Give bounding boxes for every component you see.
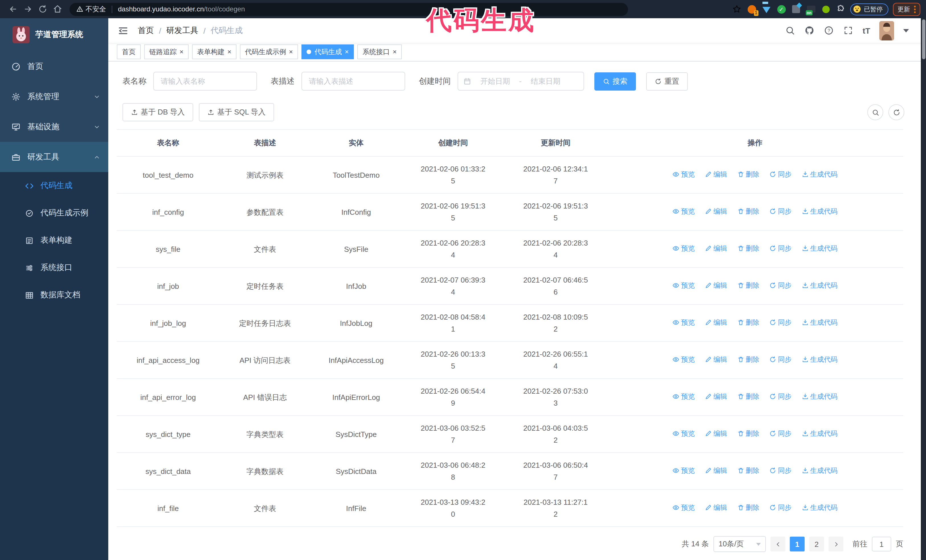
window-scrollbar[interactable] bbox=[921, 18, 926, 560]
date-range-picker[interactable]: - bbox=[458, 72, 584, 91]
breadcrumb-home[interactable]: 首页 bbox=[138, 25, 154, 36]
logo-row[interactable]: 芋道管理系统 bbox=[0, 18, 108, 51]
avatar[interactable] bbox=[879, 21, 894, 40]
goto-page-input[interactable] bbox=[872, 537, 891, 551]
refresh-table-button[interactable] bbox=[888, 104, 904, 120]
sidebar-subitem-system-api[interactable]: 系统接口 bbox=[0, 254, 108, 281]
prev-page-button[interactable] bbox=[770, 537, 785, 551]
delete-link[interactable]: 删除 bbox=[737, 391, 759, 403]
extension-icon-squares[interactable] bbox=[791, 4, 801, 14]
breadcrumb-devtools[interactable]: 研发工具 bbox=[166, 25, 198, 36]
tag-codegen[interactable]: 代码生成× bbox=[301, 44, 354, 59]
sync-link[interactable]: 同步 bbox=[769, 243, 791, 255]
sync-link[interactable]: 同步 bbox=[769, 354, 791, 366]
close-icon[interactable]: × bbox=[289, 48, 293, 55]
edit-link[interactable]: 编辑 bbox=[705, 428, 727, 440]
preview-link[interactable]: 预览 bbox=[673, 465, 695, 477]
generate-code-link[interactable]: 生成代码 bbox=[802, 391, 838, 403]
edit-link[interactable]: 编辑 bbox=[705, 502, 727, 514]
extension-icon-green-check[interactable]: ✓ bbox=[776, 4, 787, 14]
delete-link[interactable]: 删除 bbox=[737, 280, 759, 292]
table-desc-input[interactable] bbox=[301, 72, 405, 91]
generate-code-link[interactable]: 生成代码 bbox=[802, 317, 838, 329]
generate-code-link[interactable]: 生成代码 bbox=[802, 206, 838, 217]
generate-code-link[interactable]: 生成代码 bbox=[802, 428, 838, 440]
preview-link[interactable]: 预览 bbox=[673, 280, 695, 292]
not-secure-warning[interactable]: 不安全 bbox=[76, 4, 106, 14]
generate-code-link[interactable]: 生成代码 bbox=[802, 465, 838, 477]
sidebar-item-home[interactable]: 首页 bbox=[0, 51, 108, 82]
end-date-input[interactable] bbox=[525, 77, 566, 86]
caret-down-icon[interactable] bbox=[903, 29, 909, 32]
preview-link[interactable]: 预览 bbox=[673, 169, 695, 181]
tag-form-builder[interactable]: 表单构建× bbox=[192, 44, 236, 59]
sidebar-item-system[interactable]: 系统管理 bbox=[0, 82, 108, 112]
sync-link[interactable]: 同步 bbox=[769, 502, 791, 514]
tag-tracing[interactable]: 链路追踪× bbox=[144, 44, 189, 59]
edit-link[interactable]: 编辑 bbox=[705, 354, 727, 366]
preview-link[interactable]: 预览 bbox=[673, 502, 695, 514]
fullscreen-icon[interactable] bbox=[843, 25, 853, 36]
sync-link[interactable]: 同步 bbox=[769, 465, 791, 477]
sync-link[interactable]: 同步 bbox=[769, 428, 791, 440]
sidebar-item-devtools[interactable]: 研发工具 bbox=[0, 142, 108, 172]
preview-link[interactable]: 预览 bbox=[673, 391, 695, 403]
delete-link[interactable]: 删除 bbox=[737, 243, 759, 255]
sidebar-item-infra[interactable]: 基础设施 bbox=[0, 112, 108, 142]
page-button-1[interactable]: 1 bbox=[790, 537, 805, 551]
page-button-2[interactable]: 2 bbox=[809, 537, 824, 551]
font-size-icon[interactable]: tT bbox=[863, 26, 870, 35]
extensions-puzzle-icon[interactable] bbox=[835, 4, 846, 14]
delete-link[interactable]: 删除 bbox=[737, 502, 759, 514]
close-icon[interactable]: × bbox=[180, 48, 183, 55]
extension-icon-orange[interactable]: 1 bbox=[746, 4, 757, 14]
generate-code-link[interactable]: 生成代码 bbox=[802, 169, 838, 181]
sidebar-subitem-form-builder[interactable]: 表单构建 bbox=[0, 227, 108, 254]
sync-link[interactable]: 同步 bbox=[769, 206, 791, 217]
extension-icon-key[interactable] bbox=[820, 4, 831, 14]
edit-link[interactable]: 编辑 bbox=[705, 391, 727, 403]
reload-icon[interactable] bbox=[35, 2, 50, 17]
next-page-button[interactable] bbox=[829, 537, 843, 551]
tag-codegen-example[interactable]: 代码生成示例× bbox=[240, 44, 298, 59]
address-bar[interactable]: 不安全 dashboard.yudao.iocoder.cn/tool/code… bbox=[70, 3, 628, 16]
delete-link[interactable]: 删除 bbox=[737, 317, 759, 329]
preview-link[interactable]: 预览 bbox=[673, 317, 695, 329]
preview-link[interactable]: 预览 bbox=[673, 243, 695, 255]
sidebar-subitem-codegen-example[interactable]: 代码生成示例 bbox=[0, 199, 108, 227]
preview-link[interactable]: 预览 bbox=[673, 428, 695, 440]
profile-paused-pill[interactable]: 已暂停 bbox=[850, 3, 888, 15]
generate-code-link[interactable]: 生成代码 bbox=[802, 354, 838, 366]
sync-link[interactable]: 同步 bbox=[769, 391, 791, 403]
show-search-toggle-button[interactable] bbox=[867, 104, 883, 120]
edit-link[interactable]: 编辑 bbox=[705, 206, 727, 217]
github-icon[interactable] bbox=[805, 25, 815, 36]
sync-link[interactable]: 同步 bbox=[769, 280, 791, 292]
sync-link[interactable]: 同步 bbox=[769, 317, 791, 329]
close-icon[interactable]: × bbox=[393, 48, 396, 55]
search-button[interactable]: 搜索 bbox=[595, 72, 636, 90]
reset-button[interactable]: 重置 bbox=[646, 72, 688, 90]
delete-link[interactable]: 删除 bbox=[737, 169, 759, 181]
bookmark-star-icon[interactable] bbox=[732, 4, 742, 14]
preview-link[interactable]: 预览 bbox=[673, 354, 695, 366]
table-name-input[interactable] bbox=[153, 72, 257, 91]
edit-link[interactable]: 编辑 bbox=[705, 243, 727, 255]
extension-icon-on-badge[interactable]: on bbox=[806, 4, 816, 14]
import-sql-button[interactable]: 基于 SQL 导入 bbox=[199, 103, 274, 121]
close-icon[interactable]: × bbox=[345, 48, 349, 55]
back-icon[interactable] bbox=[6, 2, 21, 17]
delete-link[interactable]: 删除 bbox=[737, 354, 759, 366]
hamburger-icon[interactable] bbox=[117, 25, 129, 36]
generate-code-link[interactable]: 生成代码 bbox=[802, 243, 838, 255]
preview-link[interactable]: 预览 bbox=[673, 206, 695, 217]
edit-link[interactable]: 编辑 bbox=[705, 465, 727, 477]
sidebar-subitem-codegen[interactable]: 代码生成 bbox=[0, 172, 108, 199]
delete-link[interactable]: 删除 bbox=[737, 206, 759, 217]
chrome-menu-icon[interactable] bbox=[914, 5, 916, 13]
import-db-button[interactable]: 基于 DB 导入 bbox=[123, 103, 194, 121]
extension-icon-gem[interactable] bbox=[761, 4, 772, 14]
edit-link[interactable]: 编辑 bbox=[705, 317, 727, 329]
generate-code-link[interactable]: 生成代码 bbox=[802, 280, 838, 292]
close-icon[interactable]: × bbox=[227, 48, 232, 55]
